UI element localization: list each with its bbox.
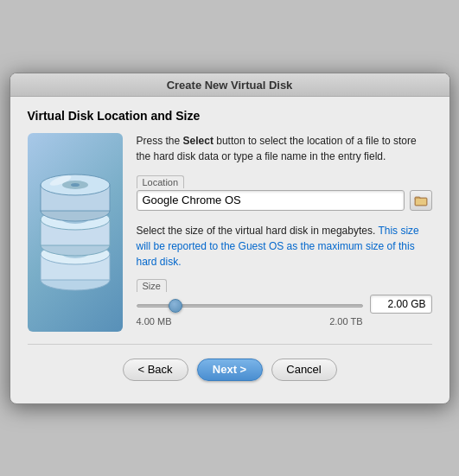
right-panel: Press the Select button to select the lo… xyxy=(137,133,432,332)
next-button[interactable]: Next > xyxy=(197,359,263,381)
browse-icon xyxy=(414,194,428,206)
location-description: Press the Select button to select the lo… xyxy=(137,133,432,164)
cancel-button[interactable]: Cancel xyxy=(271,359,337,381)
dialog-content: Virtual Disk Location and Size xyxy=(10,97,449,403)
slider-max-label: 2.00 TB xyxy=(329,316,362,327)
size-highlight: This size will be reported to the Guest … xyxy=(137,225,419,268)
slider-labels: 4.00 MB 2.00 TB xyxy=(137,316,432,327)
slider-container xyxy=(137,297,363,310)
size-value-input[interactable] xyxy=(370,295,432,314)
main-area: Press the Select button to select the lo… xyxy=(28,133,432,332)
size-slider[interactable] xyxy=(137,304,363,308)
location-group: Location xyxy=(137,175,432,211)
slider-min-label: 4.00 MB xyxy=(137,316,172,327)
select-bold: Select xyxy=(183,135,214,147)
size-description: Select the size of the virtual hard disk… xyxy=(137,223,432,270)
location-label: Location xyxy=(137,175,185,188)
button-bar: < Back Next > Cancel xyxy=(28,344,432,393)
back-button[interactable]: < Back xyxy=(123,359,188,381)
window-title: Create New Virtual Disk xyxy=(167,79,293,92)
size-label: Size xyxy=(137,279,167,292)
size-group: Size 4.00 MB 2.00 TB xyxy=(137,278,432,327)
browse-button[interactable] xyxy=(410,190,432,211)
section-title: Virtual Disk Location and Size xyxy=(28,109,432,123)
title-bar: Create New Virtual Disk xyxy=(10,73,449,97)
dialog-window: Create New Virtual Disk Virtual Disk Loc… xyxy=(10,73,450,404)
location-field-row xyxy=(137,190,432,211)
location-input[interactable] xyxy=(137,190,405,211)
disk-illustration xyxy=(28,133,123,332)
svg-point-16 xyxy=(71,183,80,187)
slider-row xyxy=(137,295,432,314)
svg-rect-20 xyxy=(416,199,426,205)
disk-svg xyxy=(36,163,114,301)
